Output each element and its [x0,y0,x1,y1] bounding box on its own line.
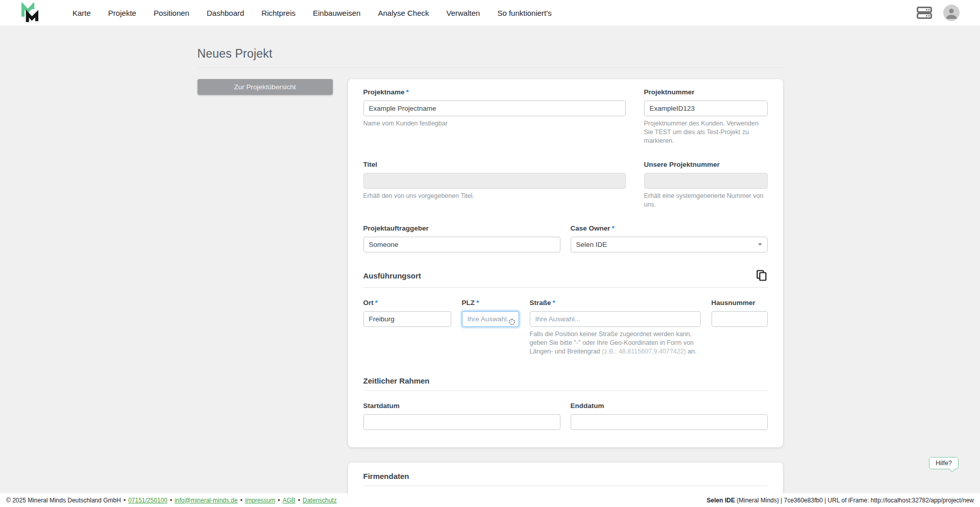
projektname-helper: Name vom Kunden festlegbar [363,119,626,128]
session-user: Selen IDE [707,497,735,504]
nav-item-so-funktionierts[interactable]: So funktioniert's [497,9,551,17]
projektauftraggeber-label: Projektauftraggeber [363,224,560,232]
startdatum-input[interactable] [363,414,560,430]
datenschutz-link[interactable]: Datenschutz [303,497,337,504]
required-marker: * [612,224,615,232]
person-icon [943,5,960,21]
separator [275,497,282,504]
section-divider [363,486,768,486]
enddatum-label: Enddatum [571,402,768,410]
title-divider [198,67,783,68]
field-projektnummer: Projektnummer Projektnummer des Kunden. … [644,88,768,145]
separator [167,497,175,504]
footer: © 2025 Mineral Minds Deutschland GmbH 07… [0,493,980,507]
field-case-owner: Case Owner* Selen IDE [571,224,768,252]
enddatum-input[interactable] [571,414,768,430]
ausfuehrungsort-heading: Ausführungsort [363,271,421,280]
project-overview-button[interactable]: Zur Projektübersicht [198,79,333,95]
projektname-input[interactable] [363,100,626,116]
section-divider [363,287,768,288]
field-projektauftraggeber: Projektauftraggeber [363,224,560,252]
projektname-label: Projektname [363,88,405,96]
required-marker: * [406,88,409,96]
titel-helper: Erhält den von uns vorgegebenen Titel. [363,192,626,200]
strasse-label: Straße [530,299,551,307]
phone-link[interactable]: 07151/250100 [128,497,167,504]
projektnummer-label: Projektnummer [644,88,768,96]
firmendaten-heading: Firmendaten [363,472,768,480]
impressum-link[interactable]: Impressum [245,497,275,504]
titel-label: Titel [363,161,626,168]
field-startdatum: Startdatum [363,402,560,430]
session-details: (Mineral Minds) | 7ce360e83fb0 | URL of … [735,497,974,504]
projektnummer-helper: Projektnummer des Kunden. Verwenden Sie … [644,119,768,145]
required-marker: * [375,299,378,307]
page-title: Neues Projekt [198,47,783,61]
loading-spinner-icon [509,319,515,325]
plz-label: PLZ [462,299,475,307]
startdatum-label: Startdatum [363,402,560,410]
separator [238,497,245,504]
nav-item-dashboard[interactable]: Dashboard [207,9,244,17]
session-info: Selen IDE (Mineral Minds) | 7ce360e83fb0… [707,497,974,504]
titel-input [363,173,626,189]
field-enddatum: Enddatum [571,402,768,430]
unsere-projektnummer-label: Unsere Projektnummer [644,161,768,168]
field-plz: PLZ* [462,299,519,356]
field-titel: Titel Erhält den von uns vorgegebenen Ti… [363,161,626,209]
required-marker: * [476,299,479,307]
case-owner-value: Selen IDE [576,241,607,248]
main-menu: Karte Projekte Positionen Dashboard Rich… [72,9,552,17]
zeitlicher-rahmen-heading: Zeitlicher Rahmen [363,376,430,385]
top-navigation: Karte Projekte Positionen Dashboard Rich… [0,0,980,26]
server-icon[interactable] [917,7,932,19]
user-avatar[interactable] [943,5,960,21]
agb-link[interactable]: AGB [282,497,295,504]
email-link[interactable]: info@mineral-minds.de [175,497,238,504]
case-owner-label: Case Owner [571,224,610,232]
field-projektname: Projektname* Name vom Kunden festlegbar [363,88,626,145]
separator [296,497,303,504]
unsere-projektnummer-input [644,173,768,189]
chevron-down-icon [758,243,762,246]
field-unsere-projektnummer: Unsere Projektnummer Erhält eine systemg… [644,161,768,209]
required-marker: * [553,299,555,307]
mineral-minds-logo-icon[interactable] [20,3,40,23]
field-ort: Ort* [363,299,451,356]
ort-input[interactable] [363,311,451,327]
project-form-card: Projektname* Name vom Kunden festlegbar … [348,79,783,447]
page-content: Neues Projekt Zur Projektübersicht Proje… [198,26,783,507]
nav-item-verwalten[interactable]: Verwalten [447,9,480,17]
copy-icon [756,270,767,281]
help-button[interactable]: Hilfe? [929,457,959,469]
field-hausnummer: Hausnummer [712,299,768,356]
section-divider [363,390,768,391]
ort-label: Ort [363,299,374,307]
hausnummer-label: Hausnummer [712,299,768,307]
nav-item-analyse-check[interactable]: Analyse Check [378,9,429,17]
strasse-input[interactable] [530,311,701,327]
case-owner-select[interactable]: Selen IDE [571,237,768,252]
hausnummer-input[interactable] [712,311,768,327]
nav-item-projekte[interactable]: Projekte [108,9,136,17]
nav-item-richtpreis[interactable]: Richtpreis [261,9,296,17]
nav-item-karte[interactable]: Karte [72,9,91,17]
separator [121,497,128,504]
projektauftraggeber-input[interactable] [363,237,560,252]
copy-button[interactable] [755,269,768,282]
projektnummer-input[interactable] [644,100,768,116]
nav-item-einbauweisen[interactable]: Einbauweisen [313,9,360,17]
strasse-helper: Falls die Position keiner Straße zugeord… [530,330,701,356]
copyright-text: © 2025 Mineral Minds Deutschland GmbH [6,497,121,504]
unsere-projektnummer-helper: Erhält eine systemgenerierte Nummer von … [644,192,768,209]
field-strasse: Straße* Falls die Position keiner Straße… [530,299,701,356]
nav-item-positionen[interactable]: Positionen [154,9,189,17]
